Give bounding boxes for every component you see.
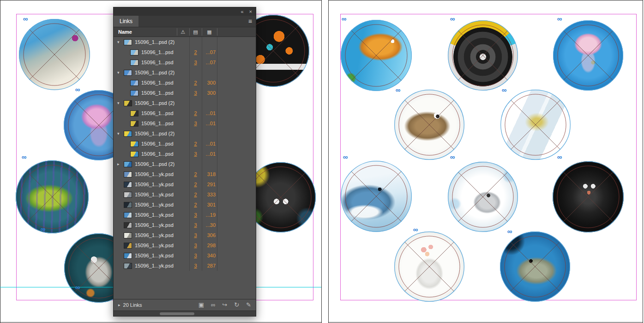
collapse-group-icon[interactable]: ▾ [117,70,124,75]
frame-crop-marks [500,232,570,302]
link-row[interactable]: 15096_1...yk.psd3287 [114,261,256,271]
link-row[interactable]: 15096_1...psd3300 [114,88,256,98]
link-row[interactable]: 15096_1...psd3...01 [114,149,256,159]
status-column-icon[interactable]: ⚠ [177,27,189,37]
scrollbar-thumb[interactable] [160,312,194,315]
link-row[interactable]: 15096_1...yk.psd2291 [114,179,256,189]
link-status-value: ...07 [202,49,217,55]
link-row[interactable]: ▾15096_1...psd (2) [114,128,256,139]
link-status-value: 306 [202,232,217,238]
link-row[interactable]: 15096_1...yk.psd3306 [114,230,256,240]
link-row[interactable]: 15096_1...psd2...01 [114,139,256,149]
shark-image-frame[interactable] [341,161,412,232]
link-page-number[interactable]: 3 [189,121,202,126]
link-row[interactable]: 15096_1...yk.psd3...19 [114,210,256,220]
link-chain-badge-icon: ∞ [396,86,401,93]
footer-expander-icon[interactable]: ▸ [118,303,120,307]
page-column-icon[interactable]: ▤ [189,27,202,37]
link-status-value: 318 [202,171,217,177]
cc-libraries-icon[interactable]: ▣ [199,301,204,308]
seagull-image-frame[interactable] [19,19,90,90]
link-chain-badge-icon: ∞ [557,15,562,22]
link-row[interactable]: 15096_1...yk.psd3...30 [114,220,256,230]
pink-jellyfish-image-frame[interactable] [553,20,623,91]
tab-links[interactable]: Links [114,16,138,27]
panel-menu-icon[interactable]: ≡ [248,16,252,27]
seal-image-frame[interactable] [500,232,570,302]
link-status-value: ...01 [202,141,217,146]
collapse-group-icon[interactable]: ▾ [117,101,124,105]
link-page-number[interactable]: 3 [189,253,202,258]
link-page-number[interactable]: 3 [189,90,202,96]
link-name: 15096_1...psd [141,60,174,65]
links-panel[interactable]: « × Links ≡ Name ⚠ ▤ ▦ ▾15096_1...psd (2… [113,7,256,317]
link-page-number[interactable]: 3 [189,263,202,268]
link-row[interactable]: 15096_1...psd3...01 [114,118,256,128]
link-page-number[interactable]: 2 [189,141,202,146]
link-page-number[interactable]: 3 [189,243,202,248]
close-panel-icon[interactable]: × [249,9,252,14]
update-link-icon[interactable]: ↻ [234,301,239,308]
expand-group-icon[interactable]: ▸ [117,162,124,166]
link-thumbnail [124,39,132,45]
link-page-number[interactable]: 3 [189,151,202,157]
links-list[interactable]: ▾15096_1...psd (2)15096_1...psd2...07150… [114,37,256,299]
collapse-panel-icon[interactable]: « [241,9,243,14]
collapse-group-icon[interactable]: ▾ [117,40,124,44]
link-page-number[interactable]: 3 [189,232,202,238]
link-page-number[interactable]: 2 [189,182,202,187]
panel-titlebar[interactable]: « × [114,7,256,16]
link-row[interactable]: 15096_1...yk.psd2318 [114,169,256,179]
link-status-value: 291 [202,182,217,187]
page2-bottom-edge [0,322,321,323]
open-book-image-frame[interactable] [500,90,571,160]
link-name: 15096_1...psd (2) [135,100,175,106]
link-thumbnail [124,243,132,249]
link-name: 15096_1...psd [141,151,174,157]
horizontal-scrollbar[interactable] [114,311,256,316]
link-thumbnail [124,182,132,188]
link-row[interactable]: 15096_1...psd2300 [114,78,256,88]
name-column-header[interactable]: Name [114,29,132,35]
link-row[interactable]: 15096_1...yk.psd2333 [114,189,256,200]
tire-image-frame[interactable] [448,20,518,91]
goto-link-icon[interactable]: ↪ [222,301,227,308]
green-fish-image-frame[interactable] [16,160,89,233]
edit-original-icon[interactable]: ✎ [246,301,251,308]
link-name: 15096_1...psd (2) [135,161,175,167]
link-page-number[interactable]: 2 [189,80,202,85]
frame-crop-marks [16,160,89,233]
link-page-number[interactable]: 3 [189,60,202,65]
ppi-column-icon[interactable]: ▦ [202,27,217,37]
link-page-number[interactable]: 3 [189,222,202,228]
link-row[interactable]: ▾15096_1...psd (2) [114,98,256,108]
link-page-number[interactable]: 3 [189,212,202,218]
link-row[interactable]: 15096_1...psd3...07 [114,57,256,67]
brown-fish-image-frame[interactable] [394,90,464,160]
link-row[interactable]: 15096_1...psd2...07 [114,47,256,57]
collapse-group-icon[interactable]: ▾ [117,131,124,136]
frame-crop-marks [394,90,464,160]
link-page-number[interactable]: 2 [189,49,202,55]
links-list-header[interactable]: Name ⚠ ▤ ▦ [114,27,256,37]
white-figure-image-frame[interactable] [394,232,464,302]
link-row[interactable]: ▸15096_1...psd (2) [114,159,256,169]
link-row[interactable]: ▾15096_1...psd (2) [114,37,256,47]
black-cat-right-image-frame[interactable] [553,161,624,232]
link-row[interactable]: 15096_1...yk.psd2301 [114,200,256,210]
link-page-number[interactable]: 2 [189,192,202,197]
link-status-value: ...01 [202,121,217,126]
link-chain-badge-icon: ∞ [41,225,46,232]
relink-icon[interactable]: ∞ [211,301,215,308]
link-row[interactable]: 15096_1...psd2...01 [114,108,256,118]
link-row[interactable]: 15096_1...yk.psd3298 [114,240,256,250]
link-row[interactable]: ▾15096_1...psd (2) [114,67,256,78]
orange-fish-image-frame[interactable] [341,20,412,91]
frame-crop-marks [500,90,571,160]
link-row[interactable]: 15096_1...yk.psd3340 [114,250,256,261]
link-page-number[interactable]: 2 [189,110,202,116]
white-mouse-image-frame[interactable] [448,162,518,232]
link-chain-badge-icon: ∞ [23,15,28,22]
link-page-number[interactable]: 2 [189,171,202,177]
link-page-number[interactable]: 2 [189,202,202,207]
